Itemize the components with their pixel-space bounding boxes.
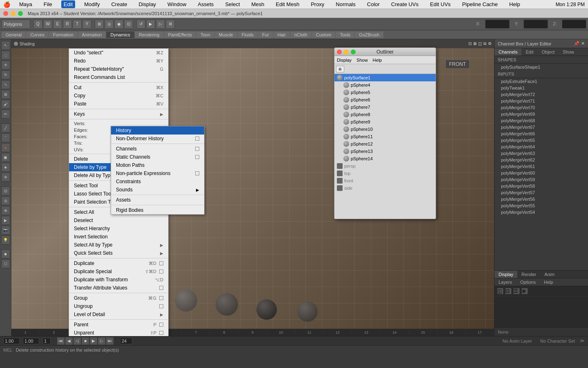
menu-duplicate[interactable]: Duplicate ⌘D (69, 259, 168, 267)
menu-undo[interactable]: Undo "select" ⌘Z (69, 49, 168, 57)
menu-window[interactable]: Window (165, 0, 189, 8)
skip-start-button[interactable]: ⏮ (57, 337, 65, 345)
tb-move[interactable]: W (43, 20, 52, 29)
tab-tools[interactable]: Tools (336, 31, 354, 38)
menu-select-hierarchy[interactable]: Select Hierarchy (69, 224, 168, 233)
play-back-button[interactable]: ◁ (74, 337, 81, 345)
menu-parent[interactable]: Parent P (69, 321, 168, 329)
outliner-item-polysurface1[interactable]: polySurface1 (334, 74, 436, 81)
outliner-menu-help[interactable]: Help (373, 58, 382, 63)
outliner-item-psphere7[interactable]: pSphere7 (334, 103, 436, 111)
rp-tab-show[interactable]: Show (559, 48, 578, 56)
tab-fur[interactable]: Fur (258, 31, 273, 38)
menu-help[interactable]: Help (507, 0, 523, 8)
lt-rotate[interactable]: ↻ (1, 70, 10, 79)
layer-icon-3[interactable]: ☰ (513, 288, 520, 294)
menu-select-all-by-type[interactable]: Select All by Type ▶ (69, 241, 168, 249)
lt-render1[interactable]: ▶ (1, 216, 10, 225)
menu-proxy[interactable]: Proxy (308, 0, 327, 8)
menu-edit[interactable]: Edit (61, 0, 75, 8)
rp-tab-object[interactable]: Object (537, 48, 559, 56)
step-forward-button[interactable]: ▷ (98, 337, 105, 345)
submenu-assets[interactable]: Assets (111, 196, 204, 204)
menu-editmesh[interactable]: Edit Mesh (273, 0, 302, 8)
input-item-6[interactable]: polyMergeVert68 (494, 117, 588, 124)
input-item-13[interactable]: polyMergeVert61 (494, 163, 588, 170)
submenu-constraints[interactable]: Constraints (111, 177, 204, 186)
outliner-item-psphere6[interactable]: pSphere6 (334, 96, 436, 103)
tb-snap-point[interactable]: ◉ (114, 20, 123, 29)
window-maximize-button[interactable] (18, 11, 23, 16)
input-item-2[interactable]: polyMergeVert72 (494, 91, 588, 98)
submenu-non-deformer[interactable]: Non-Deformer History (111, 135, 204, 143)
input-item-11[interactable]: polyMergeVert63 (494, 150, 588, 157)
lt-snap3[interactable]: ⊗ (1, 206, 10, 215)
tb-soft[interactable]: Y (82, 20, 91, 29)
layer-icon-1[interactable]: ◫ (497, 288, 503, 294)
menu-pipelinecache[interactable]: Pipeline Cache (460, 0, 500, 8)
menu-file[interactable]: File (41, 0, 55, 8)
tb-universal[interactable]: T (73, 20, 82, 29)
menu-paste[interactable]: Paste ⌘V (69, 100, 168, 108)
menu-createuvs[interactable]: Create UVs (389, 0, 421, 8)
outliner-item-psphere8[interactable]: pSphere8 (334, 111, 436, 118)
input-item-9[interactable]: polyMergeVert65 (494, 137, 588, 144)
tab-rendering[interactable]: Rendering (135, 31, 164, 38)
tab-painteffects[interactable]: PaintEffects (164, 31, 196, 38)
outliner-item-side[interactable]: side (334, 184, 436, 192)
lt-geo1[interactable]: ◆ (1, 249, 10, 258)
input-item-19[interactable]: polyMergeVert55 (494, 202, 588, 209)
menu-normals[interactable]: Normals (333, 0, 358, 8)
tb-scale[interactable]: R (63, 20, 72, 29)
tb-xval[interactable] (485, 20, 510, 29)
menu-edituvs[interactable]: Edit UVs (428, 0, 453, 8)
menu-mesh[interactable]: Mesh (249, 0, 267, 8)
lt-surface2[interactable]: ◈ (1, 163, 10, 172)
outliner-menu-show[interactable]: Show (356, 58, 368, 63)
tb-rotate[interactable]: E (53, 20, 62, 29)
menu-invert-selection[interactable]: Invert Selection (69, 233, 168, 241)
menu-deselect[interactable]: Deselect (69, 216, 168, 224)
rp-pin-icon[interactable]: 📌 (574, 41, 579, 46)
polygons-dropdown[interactable]: Polygons (2, 20, 30, 29)
layer-icon-4[interactable]: ⊗ (521, 288, 528, 294)
tab-general[interactable]: General (2, 31, 26, 38)
input-item-20[interactable]: polyMergeVert54 (494, 209, 588, 215)
input-item-7[interactable]: polyMergeVert67 (494, 124, 588, 130)
tab-ncloth[interactable]: nCloth (290, 31, 312, 38)
lr-subtab-options[interactable]: Options (516, 278, 540, 286)
submenu-channels[interactable]: Channels (111, 145, 204, 153)
lt-move[interactable]: ✛ (1, 61, 10, 70)
outliner-minimize-button[interactable] (344, 49, 349, 54)
tab-curves[interactable]: Curves (26, 31, 49, 38)
input-item-8[interactable]: polyMergeVert66 (494, 130, 588, 137)
lt-select[interactable]: ↖ (1, 41, 10, 50)
menu-assets[interactable]: Assets (195, 0, 216, 8)
tab-dynamics[interactable]: Dynamics (106, 31, 134, 38)
input-item-1[interactable]: polyTweak1 (494, 85, 588, 91)
lr-subtab-layers[interactable]: Layers (494, 278, 516, 286)
submenu-non-particle[interactable]: Non-particle Expressions (111, 169, 204, 177)
tab-animation[interactable]: Animation (78, 31, 106, 38)
outliner-item-psphere5[interactable]: pSphere5 (334, 89, 436, 96)
window-minimize-button[interactable] (11, 11, 16, 16)
menu-cut[interactable]: Cut ⌘X (69, 83, 168, 92)
tb-select[interactable]: Q (33, 20, 42, 29)
tab-fluids[interactable]: Fluids (238, 31, 258, 38)
tb-zval[interactable] (562, 20, 586, 29)
menu-ungroup[interactable]: Ungroup (69, 302, 168, 310)
lt-paint[interactable]: ✏ (1, 110, 10, 119)
outliner-item-psphere12[interactable]: pSphere12 (334, 140, 436, 148)
outliner-close-button[interactable] (337, 49, 342, 54)
menu-repeat[interactable]: Repeat "DeleteHistory" G (69, 65, 168, 73)
lt-curve2[interactable]: ⌒ (1, 133, 10, 142)
char-set-arrow[interactable]: ≫ (580, 338, 585, 343)
tb-rendersettings[interactable]: ⚙ (166, 20, 175, 29)
menu-create[interactable]: Create (109, 0, 129, 8)
rp-tab-edit[interactable]: Edit (521, 48, 537, 56)
tb-snap-view[interactable]: ⊡ (124, 20, 133, 29)
outliner-menu-display[interactable]: Display (337, 58, 352, 63)
time-value-input[interactable] (23, 338, 39, 344)
lt-deform[interactable]: ⊚ (1, 173, 10, 182)
tab-gozbrush[interactable]: GoZBrush (355, 31, 383, 38)
